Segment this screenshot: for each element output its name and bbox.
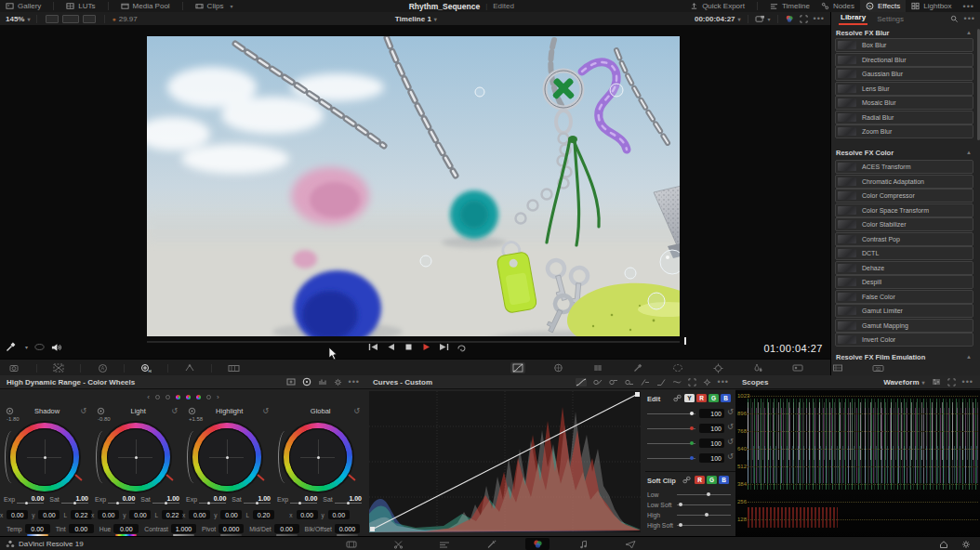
- timeline-selector[interactable]: Timeline 1▾: [395, 15, 437, 23]
- library-effect-item[interactable]: Contrast Pop: [835, 232, 973, 246]
- viewer-mode-single-icon[interactable]: [46, 15, 59, 23]
- effects-view-button[interactable]: fx Effects: [860, 0, 906, 12]
- l-value[interactable]: 0.22: [71, 510, 92, 519]
- picker-icon[interactable]: [630, 362, 645, 373]
- audio-mute-icon[interactable]: [51, 343, 61, 352]
- sat-slider[interactable]: 1.00: [244, 495, 271, 504]
- library-effect-item[interactable]: Gaussian Blur: [835, 67, 973, 81]
- reset-icon[interactable]: ↺: [727, 408, 734, 416]
- pager-dot[interactable]: [155, 395, 160, 399]
- add-panel-icon[interactable]: [286, 378, 296, 386]
- reset-icon[interactable]: ↺: [80, 407, 86, 415]
- reset-icon[interactable]: ↺: [727, 423, 734, 431]
- blur-palette-icon[interactable]: [750, 362, 765, 373]
- library-effect-item[interactable]: Box Blur: [835, 38, 973, 52]
- luts-button[interactable]: LUTs: [60, 0, 100, 12]
- curve-hue-vs-sat-icon[interactable]: [609, 378, 618, 386]
- exp-slider[interactable]: 0.00: [108, 495, 135, 504]
- section-header-color[interactable]: Resolve FX Color▲: [836, 147, 972, 158]
- r-gain-value[interactable]: 100: [699, 424, 724, 433]
- library-effect-item[interactable]: Invert Color: [835, 333, 973, 347]
- settings-gear-icon[interactable]: [703, 378, 711, 386]
- temp-field[interactable]: Temp0.00: [7, 524, 50, 533]
- scope-mode-select[interactable]: Waveform▾: [883, 378, 924, 386]
- g-gain-slider[interactable]: [647, 443, 695, 444]
- wheel-range-value[interactable]: -0.80: [98, 416, 111, 422]
- x-value[interactable]: 0.00: [189, 510, 210, 519]
- pager-next-icon[interactable]: ›: [217, 395, 219, 399]
- x-value[interactable]: 0.00: [98, 510, 119, 519]
- settings-gear-icon[interactable]: [334, 378, 342, 386]
- library-effect-item[interactable]: Color Stabilizer: [835, 217, 973, 231]
- x-value[interactable]: 0.00: [7, 510, 28, 519]
- pager-dot[interactable]: [196, 395, 201, 399]
- pager-dot[interactable]: [166, 395, 170, 399]
- curves-palette-icon[interactable]: [510, 362, 525, 373]
- contrast-field[interactable]: Contrast1.000: [144, 524, 196, 533]
- channel-b-button[interactable]: B: [721, 394, 731, 402]
- stop-button[interactable]: [403, 342, 415, 352]
- curves-graph[interactable]: [369, 391, 641, 532]
- highlight-toggle-icon[interactable]: [34, 343, 45, 351]
- curve-hue-vs-lum-icon[interactable]: [625, 378, 634, 386]
- gallery-button[interactable]: Gallery: [0, 0, 46, 12]
- exp-slider[interactable]: 0.00: [290, 495, 317, 504]
- exposure-target-icon[interactable]: [188, 407, 196, 415]
- strip-icon[interactable]: [226, 362, 241, 373]
- exp-slider[interactable]: 0.00: [17, 495, 44, 504]
- pager-dot[interactable]: [186, 395, 191, 399]
- exp-slider[interactable]: 0.00: [199, 495, 226, 504]
- top-overflow-menu[interactable]: •••: [963, 2, 974, 11]
- curve-custom-icon[interactable]: [576, 378, 587, 386]
- search-icon[interactable]: [950, 15, 959, 23]
- softclip-b-button[interactable]: B: [719, 476, 729, 484]
- wheel-range-value[interactable]: +1.58: [189, 416, 203, 422]
- curve-hue-vs-hue-icon[interactable]: [593, 378, 603, 386]
- grab-still-icon[interactable]: [755, 15, 765, 23]
- y-value[interactable]: 0.00: [220, 510, 242, 519]
- expand-panel-icon[interactable]: [947, 378, 956, 386]
- scopes-overflow-menu[interactable]: •••: [962, 377, 973, 386]
- hdr-overflow-menu[interactable]: •••: [349, 377, 360, 386]
- library-effect-item[interactable]: Gamut Limiter: [835, 304, 973, 318]
- color-wheel[interactable]: [10, 423, 79, 491]
- library-effect-item[interactable]: Zoom Blur: [835, 124, 973, 138]
- mid-detail-field[interactable]: Mid/Det0.00: [249, 524, 298, 533]
- reset-icon[interactable]: ↺: [171, 407, 178, 415]
- color-wheel[interactable]: [284, 423, 352, 491]
- library-effect-item[interactable]: False Color: [835, 290, 973, 304]
- y-gain-value[interactable]: 100: [699, 409, 724, 418]
- channel-r-button[interactable]: R: [696, 394, 707, 402]
- section-header-blur[interactable]: Resolve FX Blur▲: [836, 27, 972, 38]
- page-color-button[interactable]: [525, 538, 550, 550]
- color-wheel[interactable]: [101, 423, 170, 491]
- page-edit-button[interactable]: [432, 538, 457, 550]
- media-pool-button[interactable]: Media Pool: [115, 0, 176, 12]
- exposure-target-icon[interactable]: [97, 407, 105, 415]
- color-slice-icon[interactable]: [182, 362, 197, 373]
- library-effect-item[interactable]: Directional Blur: [835, 53, 973, 67]
- y-gain-slider[interactable]: [647, 413, 695, 414]
- y-value[interactable]: 0.00: [328, 510, 350, 519]
- power-window-icon[interactable]: [670, 362, 685, 373]
- library-overflow-menu[interactable]: •••: [964, 14, 975, 23]
- reset-icon[interactable]: ↺: [727, 452, 734, 461]
- viewer-timecode-small[interactable]: 00:00:04:27▾: [695, 15, 741, 23]
- tab-settings[interactable]: Settings: [877, 15, 904, 23]
- color-picker-tool-icon[interactable]: [6, 342, 16, 352]
- g-gain-value[interactable]: 100: [699, 439, 724, 448]
- y-value[interactable]: 0.00: [38, 510, 60, 519]
- page-deliver-button[interactable]: [618, 538, 642, 550]
- library-effect-item[interactable]: Dehaze: [835, 261, 973, 275]
- library-effect-item[interactable]: ACES Transform: [835, 160, 973, 174]
- clips-button[interactable]: Clips▾: [190, 0, 239, 12]
- bars-mode-icon[interactable]: [318, 378, 327, 386]
- key-palette-icon[interactable]: [790, 362, 805, 373]
- viewer-mode-split-icon[interactable]: [62, 15, 79, 23]
- channel-g-button[interactable]: G: [709, 394, 719, 402]
- l-value[interactable]: 0.20: [253, 510, 274, 519]
- library-effect-item[interactable]: Color Compressor: [835, 189, 973, 203]
- sat-slider[interactable]: 1.00: [152, 495, 179, 504]
- stereo-3d-icon[interactable]: 3D: [870, 362, 885, 373]
- sat-slider[interactable]: 1.00: [61, 495, 88, 504]
